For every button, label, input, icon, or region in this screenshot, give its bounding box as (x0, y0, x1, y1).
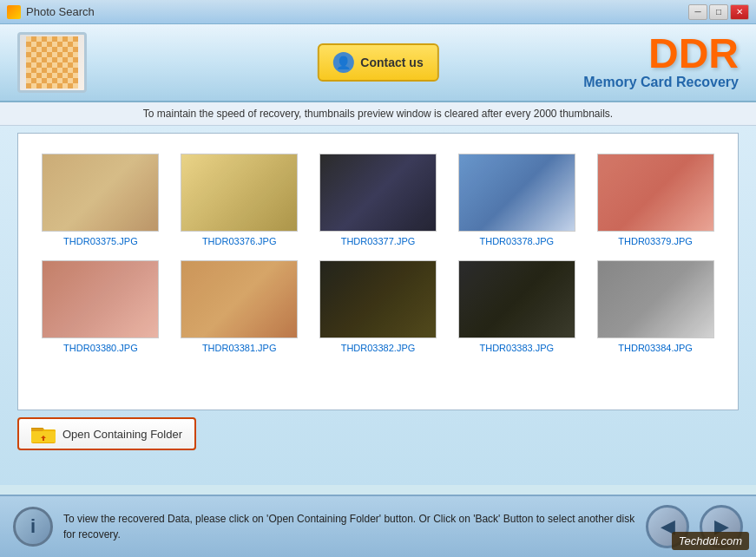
watermark: Techddi.com (672, 532, 749, 550)
logo-checkerboard (26, 36, 78, 88)
thumbnail-grid-container[interactable]: THDR03375.JPGTHDR03376.JPGTHDR03377.JPGT… (17, 133, 739, 410)
main-content: THDR03375.JPGTHDR03376.JPGTHDR03377.JPGT… (0, 126, 756, 485)
ddr-title: DDR (583, 33, 739, 75)
info-icon: i (13, 507, 53, 547)
brand-area: DDR Memory Card Recovery (583, 33, 739, 90)
thumbnail-item[interactable]: THDR03380.JPG (31, 253, 170, 360)
info-bar: To maintain the speed of recovery, thumb… (0, 102, 756, 126)
thumbnail-label: THDR03380.JPG (63, 343, 138, 353)
thumbnail-item[interactable]: THDR03377.JPG (309, 147, 448, 253)
thumbnail-item[interactable]: THDR03384.JPG (586, 253, 725, 360)
thumbnail-label: THDR03377.JPG (341, 236, 416, 246)
title-bar-left: Photo Search (7, 5, 95, 19)
thumbnail-image (319, 154, 437, 232)
app-logo (17, 32, 87, 93)
bottom-info-text: To view the recovered Data, please click… (63, 511, 635, 542)
contact-icon: 👤 (332, 52, 353, 73)
thumbnail-item[interactable]: THDR03379.JPG (586, 147, 725, 253)
thumbnail-label: THDR03381.JPG (202, 343, 277, 353)
bottom-bar: i To view the recovered Data, please cli… (0, 495, 756, 557)
title-bar-title: Photo Search (26, 5, 95, 18)
info-bar-text: To maintain the speed of recovery, thumb… (143, 108, 613, 120)
title-bar-controls: ─ □ ✕ (688, 4, 749, 20)
contact-btn-label: Contact us (360, 56, 423, 69)
maximize-button[interactable]: □ (709, 4, 728, 20)
title-bar: Photo Search ─ □ ✕ (0, 0, 756, 24)
ddr-subtitle: Memory Card Recovery (583, 75, 739, 90)
thumbnail-item[interactable]: THDR03376.JPG (170, 147, 309, 253)
thumbnail-label: THDR03379.JPG (618, 236, 693, 246)
minimize-button[interactable]: ─ (688, 4, 707, 20)
header: 👤 Contact us DDR Memory Card Recovery (0, 24, 756, 102)
thumbnail-item[interactable]: THDR03381.JPG (170, 253, 309, 360)
thumbnail-image (42, 154, 159, 232)
thumbnail-item[interactable]: THDR03383.JPG (447, 253, 586, 360)
folder-icon (31, 424, 56, 443)
app-icon (7, 5, 21, 19)
thumbnail-label: THDR03378.JPG (479, 236, 554, 246)
thumbnail-image (42, 260, 159, 338)
thumbnail-item[interactable]: THDR03378.JPG (447, 147, 586, 253)
thumbnail-image (319, 260, 437, 338)
thumbnail-image (597, 260, 714, 338)
thumbnail-grid: THDR03375.JPGTHDR03376.JPGTHDR03377.JPGT… (18, 134, 738, 373)
thumbnail-label: THDR03376.JPG (202, 236, 277, 246)
thumbnail-item[interactable]: THDR03375.JPG (31, 147, 170, 253)
svg-marker-4 (31, 429, 44, 431)
contact-us-button[interactable]: 👤 Contact us (317, 43, 438, 82)
thumbnail-image (458, 154, 575, 232)
thumbnail-image (181, 260, 298, 338)
close-button[interactable]: ✕ (730, 4, 749, 20)
open-folder-label: Open Containing Folder (62, 428, 182, 441)
thumbnail-label: THDR03383.JPG (479, 343, 554, 353)
thumbnail-image (458, 260, 575, 338)
thumbnail-image (181, 154, 298, 232)
open-containing-folder-button[interactable]: Open Containing Folder (17, 417, 196, 450)
thumbnail-label: THDR03375.JPG (63, 236, 138, 246)
thumbnail-item[interactable]: THDR03382.JPG (309, 253, 448, 360)
thumbnail-label: THDR03384.JPG (618, 343, 693, 353)
thumbnail-label: THDR03382.JPG (341, 343, 416, 353)
thumbnail-image (597, 154, 714, 232)
